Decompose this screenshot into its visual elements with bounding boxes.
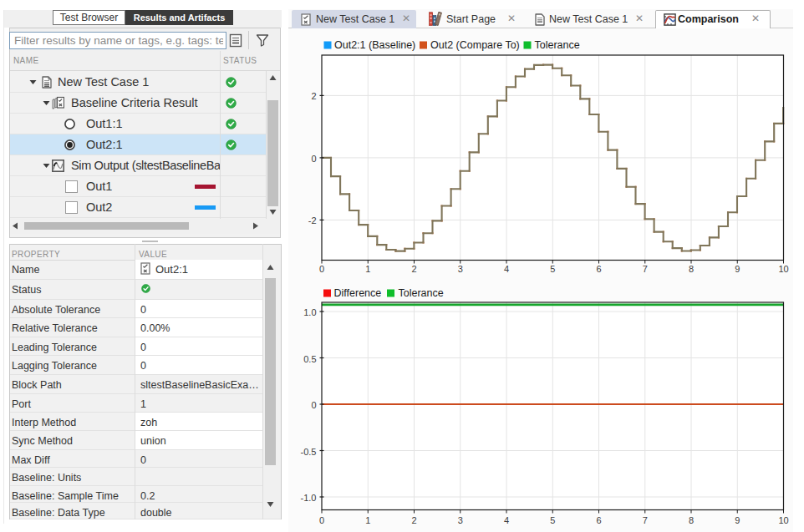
svg-text:1.0: 1.0 (303, 307, 316, 317)
svg-text:3: 3 (458, 264, 463, 274)
svg-text:7: 7 (643, 264, 648, 274)
svg-text:0: 0 (311, 154, 316, 164)
svg-text:Out2:1 (Baseline): Out2:1 (Baseline) (334, 39, 415, 51)
svg-text:1: 1 (365, 515, 370, 525)
svg-text:8: 8 (689, 515, 694, 525)
svg-text:9: 9 (735, 515, 740, 525)
svg-text:0: 0 (319, 515, 324, 525)
svg-text:5: 5 (550, 264, 555, 274)
svg-text:0.5: 0.5 (303, 354, 316, 364)
svg-text:0: 0 (319, 264, 324, 274)
svg-text:10: 10 (778, 515, 788, 525)
svg-text:Tolerance: Tolerance (535, 39, 580, 51)
svg-text:-0.5: -0.5 (301, 447, 317, 457)
svg-text:7: 7 (643, 515, 648, 525)
svg-text:0: 0 (311, 400, 316, 410)
svg-text:9: 9 (735, 264, 740, 274)
svg-text:8: 8 (689, 264, 694, 274)
svg-text:2: 2 (411, 515, 416, 525)
svg-text:-2: -2 (308, 215, 317, 225)
svg-text:2: 2 (311, 91, 316, 101)
svg-text:6: 6 (596, 515, 601, 525)
svg-text:4: 4 (504, 515, 509, 525)
svg-text:-1.0: -1.0 (301, 493, 317, 503)
svg-text:1: 1 (365, 264, 370, 274)
svg-text:Out2 (Compare To): Out2 (Compare To) (430, 39, 520, 51)
svg-text:3: 3 (458, 515, 463, 525)
svg-text:10: 10 (778, 264, 788, 274)
svg-text:6: 6 (596, 264, 601, 274)
svg-text:2: 2 (411, 264, 416, 274)
svg-text:Tolerance: Tolerance (399, 287, 444, 299)
svg-text:Difference: Difference (334, 287, 382, 299)
svg-text:5: 5 (550, 515, 555, 525)
svg-text:4: 4 (504, 264, 509, 274)
